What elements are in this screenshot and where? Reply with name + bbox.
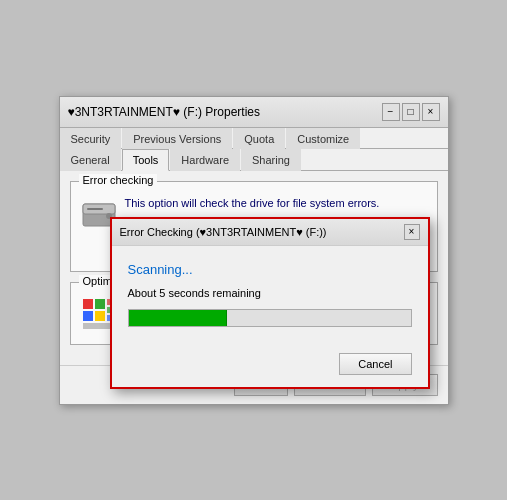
title-bar-buttons: − □ × <box>382 103 440 121</box>
error-checking-title: Error checking <box>79 174 158 186</box>
tabs-row-2: General Tools Hardware Sharing <box>60 149 448 171</box>
dialog-footer: Cancel <box>112 353 428 387</box>
svg-rect-8 <box>95 311 105 321</box>
svg-rect-3 <box>87 208 103 210</box>
tab-general[interactable]: General <box>60 149 121 171</box>
dialog-title: Error Checking (♥3NT3RTAINMENT♥ (F:)) <box>120 226 327 238</box>
tab-hardware[interactable]: Hardware <box>170 149 240 171</box>
dialog-title-bar: Error Checking (♥3NT3RTAINMENT♥ (F:)) × <box>112 219 428 246</box>
tab-quota[interactable]: Quota <box>233 128 285 149</box>
progress-bar-fill <box>129 310 228 326</box>
svg-rect-7 <box>83 311 93 321</box>
tab-sharing[interactable]: Sharing <box>241 149 301 171</box>
minimize-button[interactable]: − <box>382 103 400 121</box>
window-title: ♥3NT3RTAINMENT♥ (F:) Properties <box>68 105 261 119</box>
dialog-close-button[interactable]: × <box>404 224 420 240</box>
tab-tools[interactable]: Tools <box>122 149 170 171</box>
close-button[interactable]: × <box>422 103 440 121</box>
svg-rect-5 <box>83 299 93 309</box>
properties-window: ♥3NT3RTAINMENT♥ (F:) Properties − □ × Se… <box>59 96 449 405</box>
tab-previous-versions[interactable]: Previous Versions <box>122 128 232 149</box>
svg-rect-6 <box>95 299 105 309</box>
dialog-content: Scanning... About 5 seconds remaining <box>112 246 428 353</box>
scanning-label: Scanning... <box>128 262 412 277</box>
error-checking-description: This option will check the drive for fil… <box>125 196 380 211</box>
tabs-row-1: Security Previous Versions Quota Customi… <box>60 128 448 149</box>
tab-customize[interactable]: Customize <box>286 128 360 149</box>
dialog-cancel-button[interactable]: Cancel <box>339 353 411 375</box>
maximize-button[interactable]: □ <box>402 103 420 121</box>
error-checking-dialog: Error Checking (♥3NT3RTAINMENT♥ (F:)) × … <box>110 217 430 389</box>
remaining-label: About 5 seconds remaining <box>128 287 412 299</box>
title-bar: ♥3NT3RTAINMENT♥ (F:) Properties − □ × <box>60 97 448 128</box>
tab-security[interactable]: Security <box>60 128 122 149</box>
progress-bar-container <box>128 309 412 327</box>
error-checking-text-area: This option will check the drive for fil… <box>125 196 380 211</box>
